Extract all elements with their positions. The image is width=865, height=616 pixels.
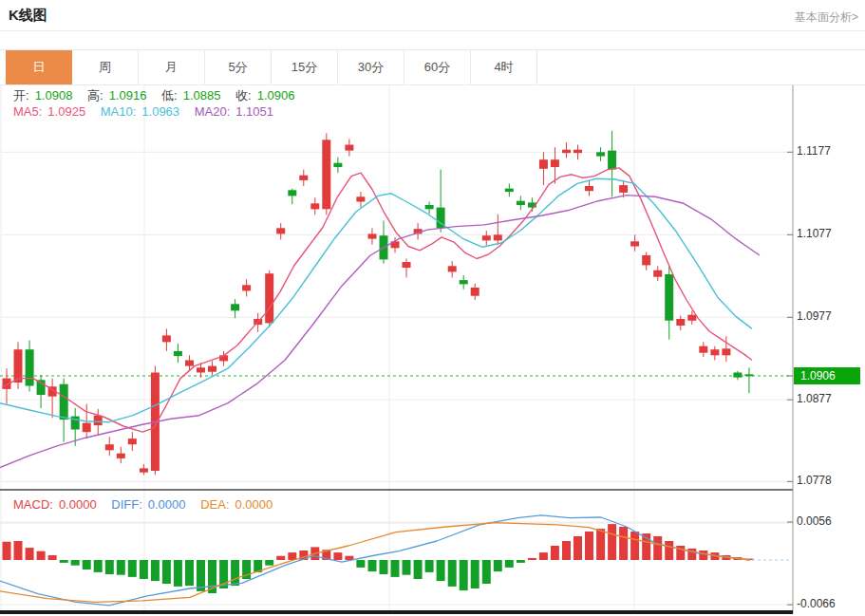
close-value: 1.0906 [257,88,295,103]
macd-label: MACD: [13,497,53,512]
diff-value: 0.0000 [148,497,186,512]
tab-30min[interactable]: 30分 [338,50,404,84]
high-value: 1.0916 [109,88,147,103]
kline-page: 1.11771.10771.09771.08771.07780.0056-0.0… [0,0,865,616]
tab-5min[interactable]: 5分 [205,50,272,84]
tab-week[interactable]: 周 [72,50,139,84]
low-value: 1.0885 [183,88,221,103]
page-title: K线图 [9,7,47,25]
macd-value: 0.0000 [59,497,97,512]
open-label: 开: [13,88,29,103]
ma10-value: 1.0963 [141,104,179,119]
ma-legend: MA5:1.0925 MA10:1.0963 MA20:1.1051 [13,104,285,119]
tab-month[interactable]: 月 [139,50,205,84]
ma20-value: 1.1051 [235,104,273,119]
tab-15min[interactable]: 15分 [272,50,338,84]
high-label: 高: [87,88,103,103]
page-header: K线图 基本面分析> [0,0,865,31]
ma20-label: MA20: [195,104,231,119]
ma5-value: 1.0925 [47,104,85,119]
diff-label: DIFF: [111,497,142,512]
tab-60min[interactable]: 60分 [404,50,471,84]
ma10-label: MA10: [101,104,137,119]
tab-4hour[interactable]: 4时 [471,50,537,84]
open-value: 1.0908 [35,88,73,103]
low-label: 低: [161,88,178,103]
macd-legend: MACD:0.0000 DIFF:0.0000 DEA:0.0000 [13,497,284,512]
dea-label: DEA: [200,497,229,512]
close-label: 收: [235,88,252,103]
dea-value: 0.0000 [235,497,273,512]
tab-day[interactable]: 日 [6,50,72,84]
ma5-label: MA5: [13,104,42,119]
ohlc-legend: 开:1.0908 高:1.0916 低:1.0885 收:1.0906 [13,87,306,104]
current-price-badge: 1.0906 [794,367,860,384]
fundamental-analysis-link[interactable]: 基本面分析> [795,9,858,26]
period-tabbar: 日 周 月 5分 15分 30分 60分 4时 [0,49,865,85]
